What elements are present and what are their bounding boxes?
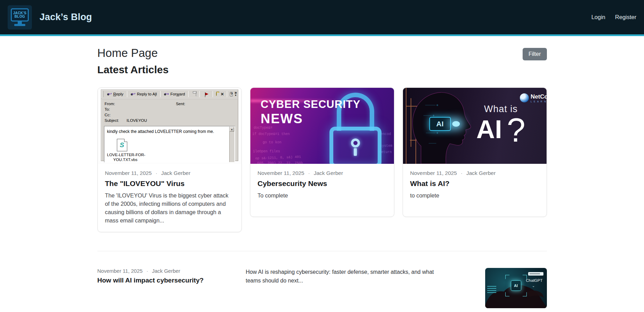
code-noise: encod [380,132,391,136]
article-excerpt: The 'ILOVEYOU' Virus is the biggest cybe… [105,192,234,225]
article-title[interactable]: The "ILOVEYOU" Virus [105,179,234,188]
banner-title: CYBER SECURITY NEWS [261,98,361,126]
site-title[interactable]: Jack’s Blog [40,12,92,23]
meta-separator: · [156,170,157,176]
article-author: Jack Gerber [314,170,343,176]
article-date: November 11, 2025 [258,170,304,176]
toolbar-separator [199,91,200,97]
monitor-stand [18,22,22,24]
code-noise: if docType&=1 then [252,132,290,136]
card-body: November 11, 2025 · Jack Gerber The "ILO… [98,164,241,232]
attachment-filename: LOVE-LETTER-FOR- YOU.TXT.vbs [107,152,228,162]
article-meta: November 11, 2025 · Jack Gerber [258,170,387,176]
article-title[interactable]: How will AI impact cybersecurity? [97,277,238,284]
meta-separator: · [146,268,148,274]
article-card-cybersecurity-news[interactable]: docType&= if docType&=1 then go to kon i… [250,87,394,217]
copy-icon [196,92,196,96]
ai-chip-label: AI [429,117,451,131]
code-noise: system [380,144,392,148]
main-content: Home Page Filter Latest Articles ↩ Reply [97,47,547,312]
article-date: November 11, 2025 [105,170,152,176]
email-body: kindly check the attached LOVELETTER com… [104,126,235,162]
article-excerpt: to complete [410,192,539,200]
article-author: Jack Gerber [466,170,496,176]
nav-links: Login Register [591,14,636,20]
reply-to-all-button: ↩ Reply to All [129,91,159,97]
toolbar-overflow-icon: » ▾ [234,91,237,97]
flag-icon [205,93,208,95]
netcom-sphere-icon [520,93,529,102]
article-meta: November 11, 2025 · Jack Gerber [410,170,539,176]
article-thumbnail-email-screenshot: ↩ Reply ↩ Reply to All ↪ Forward [98,88,241,164]
list-item-heading: November 11, 2025 · Jack Gerber How will… [97,268,238,308]
article-excerpt: To complete [258,192,387,200]
page-header: Home Page Filter [97,47,547,60]
email-header-fields: From: Sent: To: Cc: Subject: ILOVEYOU [101,99,238,125]
article-thumbnail-what-is-ai: AI What is AI ? NetCo L E A R N I [403,88,547,164]
section-divider [97,251,547,251]
cc-label: Cc: [105,113,111,117]
glow-dot [452,121,460,127]
help-icon: ? [230,92,233,96]
article-excerpt: How AI is reshaping cybersecurity: faste… [246,268,448,308]
card-body: November 11, 2025 · Jack Gerber What is … [403,164,547,217]
to-label: To: [105,107,110,111]
login-link[interactable]: Login [591,14,605,20]
article-date: November 11, 2025 [410,170,457,176]
monitor-base [14,24,25,26]
article-thumbnail-ai-hand: AI ChatGPT ⌄ [485,268,547,308]
subject-label: Subject: [105,118,119,123]
forward-icon: ↪ [164,92,169,96]
reply-all-icon: ↩ [131,92,136,96]
card-body: November 11, 2025 · Jack Gerber Cybersec… [250,164,394,217]
navbar: JACK'S BLOG Jack’s Blog Login Register [0,0,644,36]
meta-separator: · [461,170,463,176]
article-title[interactable]: Cybersecurity News [258,179,387,188]
register-link[interactable]: Register [615,14,636,20]
scrollbar: ▲ [229,127,234,162]
chatgpt-label: ChatGPT [526,278,543,283]
move-to-folder-icon [216,92,217,96]
article-meta: November 11, 2025 · Jack Gerber [105,170,234,176]
filter-button[interactable]: Filter [523,48,547,60]
section-title: Latest Articles [97,64,547,76]
code-noise: ileOpen files [253,150,280,153]
brand-link[interactable]: JACK'S BLOG Jack’s Blog [8,5,92,29]
toolbar-grip [103,91,103,97]
subject-value: ILOVEYOU [127,118,147,123]
netcom-logo: NetCo L E A R N I [520,93,547,103]
article-meta: November 11, 2025 · Jack Gerber [97,268,238,274]
from-label: From: [105,102,115,106]
check-glyph: ⌄ [532,284,535,288]
toolbar-separator [127,91,127,97]
article-date: November 11, 2025 [97,268,143,274]
toolbar-separator [188,91,189,97]
logo-text-line2: BLOG [15,15,25,18]
meta-separator: · [308,170,310,176]
email-body-text: kindly check the attached LOVELETTER com… [107,129,228,134]
code-noise: go to kon [263,141,282,144]
article-card-iloveyou[interactable]: ↩ Reply ↩ Reply to All ↪ Forward [97,87,242,232]
article-list-row[interactable]: November 11, 2025 · Jack Gerber How will… [97,268,547,312]
page-title: Home Page [97,47,158,60]
article-thumbnail-cyber-news: docType&= if docType&=1 then go to kon i… [250,88,394,164]
scroll-up-icon: ▲ [230,127,234,132]
toolbar-separator [160,91,161,97]
toolbar-separator [213,91,213,97]
article-author: Jack Gerber [152,268,180,274]
email-toolbar: ↩ Reply ↩ Reply to All ↪ Forward [101,90,238,99]
code-noise: op s&-1211, 0, s&) 401 [255,155,301,161]
forward-button: ↪ Forward [162,91,187,97]
reply-icon: ↩ [107,92,112,96]
monitor-icon: JACK'S BLOG [11,8,29,22]
toolbar-separator [227,91,227,97]
blog-logo-icon: JACK'S BLOG [8,5,32,29]
attachment-icon: S [117,139,127,151]
delete-icon: × [221,92,224,96]
hologram-list-lines [487,286,496,294]
code-noise: 605, 200) 72, 72, 750b [257,161,303,164]
prompt-tag-graphic [528,272,543,276]
code-noise: docType&= [254,126,273,130]
article-card-what-is-ai[interactable]: AI What is AI ? NetCo L E A R N I [403,87,547,217]
article-title[interactable]: What is AI? [410,179,539,188]
